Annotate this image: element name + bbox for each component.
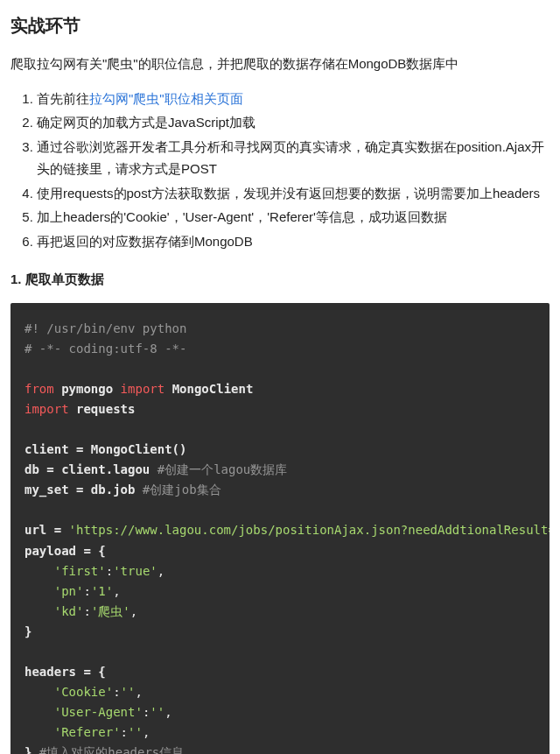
code-keyword: import [24,402,69,416]
code-ident: MongoClient [172,382,254,396]
code-comment: #! /usr/bin/env python [24,321,186,335]
code-string: 'User-Agent' [54,705,143,719]
list-item: 通过谷歌浏览器开发者工具分析和寻找网页的真实请求，确定真实数据在position… [37,136,550,180]
code-line: my_set = db.job [24,483,143,497]
code-line: headers = { [24,665,106,679]
code-string: 'kd' [54,604,84,618]
code-ident: pymongo [61,382,113,396]
subheading: 1. 爬取单页数据 [10,268,550,291]
code-line: payload = { [24,544,106,558]
step-prefix: 首先前往 [37,91,89,106]
list-item: 加上headers的'Cookie'，'User-Agent'，'Referer… [37,206,550,229]
code-string: '1' [91,584,113,598]
code-string: 'Referer' [54,725,121,739]
page-title: 实战环节 [10,11,550,40]
intro-text: 爬取拉勾网有关"爬虫"的职位信息，并把爬取的数据存储在MongoDB数据库中 [10,53,550,75]
code-ident: requests [76,402,135,416]
lagou-link[interactable]: 拉勾网"爬虫"职位相关页面 [89,91,243,106]
code-keyword: import [121,382,165,396]
code-line: url = [24,523,69,537]
code-comment: #创建一个lagou数据库 [158,462,288,476]
code-block: #! /usr/bin/env python # -*- coding:utf-… [10,303,550,755]
code-string: 'https://www.lagou.com/jobs/positionAjax… [69,523,550,537]
code-comment: #填入对应的headers信息 [39,745,184,754]
code-line: db = client.lagou [24,462,158,476]
code-comment: # -*- coding:utf-8 -*- [24,342,186,356]
list-item: 使用requests的post方法获取数据，发现并没有返回想要的数据，说明需要加… [37,182,550,205]
code-line: } [24,745,39,754]
code-string: 'true' [113,564,158,578]
code-string: 'Cookie' [54,685,113,699]
code-line: client = MongoClient() [24,442,186,456]
steps-list: 首先前往拉勾网"爬虫"职位相关页面 确定网页的加载方式是JavaScript加载… [10,88,550,253]
code-string: '' [150,705,164,719]
code-line: } [24,624,32,638]
list-item: 首先前往拉勾网"爬虫"职位相关页面 [37,88,550,110]
code-string: 'pn' [54,584,84,598]
code-keyword: from [24,382,54,396]
code-string: 'first' [54,564,106,578]
code-comment: #创建job集合 [143,483,221,497]
code-string: '' [128,725,143,739]
code-string: '' [121,685,136,699]
code-string: '爬虫' [91,604,130,618]
list-item: 确定网页的加载方式是JavaScript加载 [37,111,550,134]
list-item: 再把返回的对应数据存储到MongoDB [37,230,550,253]
